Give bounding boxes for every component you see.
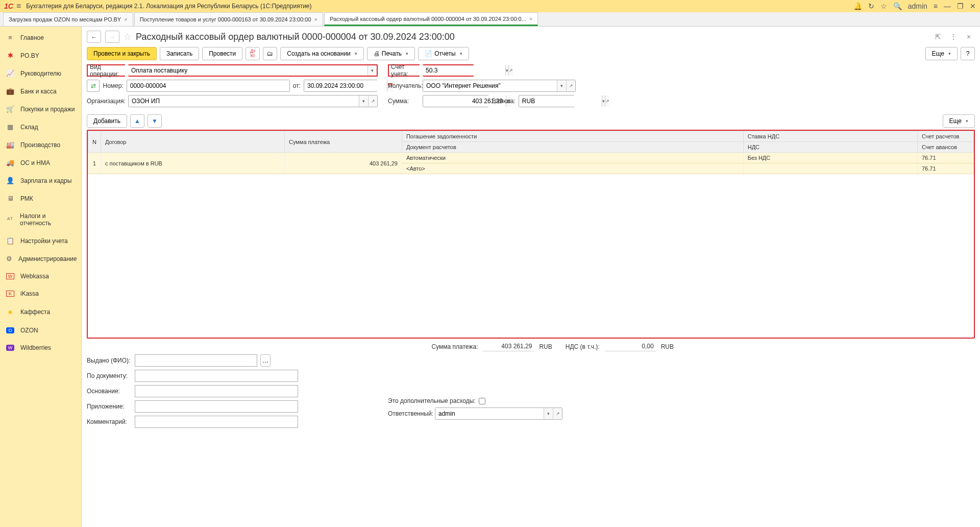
chevron-down-icon[interactable]: ▾ — [557, 80, 566, 91]
sidebar-item-manager[interactable]: 📈Руководителю — [0, 64, 81, 82]
sidebar-item-taxes[interactable]: ᴬᵀНалоги и отчетность — [0, 207, 81, 232]
basis-input[interactable] — [135, 385, 298, 397]
col-settle-acc[interactable]: Счет расчетов — [918, 131, 974, 142]
cell-sum[interactable]: 403 261,29 — [284, 153, 402, 174]
cell-repay[interactable]: Автоматически — [402, 153, 743, 163]
col-vat[interactable]: НДС — [743, 142, 917, 153]
star-icon[interactable]: ☆ — [880, 2, 887, 10]
switch-button[interactable]: ⇄ — [87, 80, 100, 92]
tab-0[interactable]: Загрузка продаж OZON по месяцам PO.BY × — [3, 12, 133, 26]
col-payment-sum[interactable]: Сумма платежа — [284, 131, 402, 153]
attachment-input[interactable] — [135, 400, 298, 413]
user-label[interactable]: admin — [908, 2, 927, 10]
sidebar-item-production[interactable]: 🏭Производство — [0, 136, 81, 154]
create-based-button[interactable]: Создать на основании — [280, 47, 364, 60]
sum-field[interactable]: ▦ — [423, 95, 489, 107]
back-button[interactable]: ← — [87, 31, 101, 43]
sidebar-item-warehouse[interactable]: ▦Склад — [0, 118, 81, 136]
col-contract[interactable]: Договор — [101, 131, 284, 153]
issued-input[interactable] — [135, 354, 257, 367]
settings-icon[interactable]: ≡ — [934, 2, 938, 10]
table-more-button[interactable]: Еще — [943, 114, 975, 128]
open-icon[interactable]: ↗ — [368, 95, 377, 107]
table-row[interactable]: 1 с поставщиком в RUB 403 261,29 Автомат… — [88, 153, 974, 163]
sidebar-item-admin[interactable]: ⚙Администрирование — [0, 250, 81, 268]
cell-doc[interactable]: <Авто> — [402, 163, 743, 174]
forward-button[interactable]: → — [105, 31, 119, 43]
sidebar-item-settings[interactable]: 📋Настройки учета — [0, 232, 81, 250]
close-window-icon[interactable]: ✕ — [970, 2, 976, 10]
account-input[interactable] — [423, 65, 505, 76]
move-down-button[interactable]: ▼ — [148, 114, 162, 128]
org-input[interactable] — [129, 95, 359, 107]
sidebar-item-main[interactable]: ≡Главное — [0, 29, 81, 46]
responsible-input[interactable] — [435, 408, 544, 419]
sidebar-item-wildberries[interactable]: WWildberries — [0, 339, 81, 356]
open-icon[interactable]: ↗ — [508, 65, 513, 76]
by-doc-input[interactable] — [135, 370, 298, 382]
chevron-down-icon[interactable]: ▾ — [368, 65, 377, 76]
menu-icon[interactable]: ≡ — [16, 2, 21, 11]
recipient-input[interactable] — [423, 80, 557, 91]
restore-icon[interactable]: ❐ — [957, 2, 964, 10]
history-icon[interactable]: ↻ — [868, 2, 874, 10]
op-type-input[interactable] — [128, 65, 368, 76]
sidebar-item-bank[interactable]: 💼Банк и касса — [0, 82, 81, 100]
tab-1[interactable]: Поступление товаров и услуг 0000-000163 … — [134, 12, 323, 26]
col-doc-settle[interactable]: Документ расчетов — [402, 142, 743, 153]
open-icon[interactable]: ↗ — [566, 80, 575, 91]
cell-vat[interactable] — [743, 163, 917, 174]
op-type-field[interactable]: ▾ — [128, 64, 378, 77]
sidebar-item-webkassa[interactable]: WWebkassa — [0, 268, 81, 285]
close-icon[interactable]: × — [314, 16, 317, 22]
menu-icon[interactable]: ⋮ — [947, 32, 960, 42]
help-button[interactable]: ? — [961, 47, 975, 60]
number-field[interactable] — [127, 80, 290, 92]
col-n[interactable]: N — [88, 131, 101, 153]
cell-advance[interactable]: 76.71 — [918, 163, 974, 174]
close-icon[interactable]: × — [529, 16, 532, 22]
sidebar-item-ozon[interactable]: OOZON — [0, 322, 81, 339]
recipient-field[interactable]: ▾ ↗ — [423, 80, 576, 92]
number-input[interactable] — [127, 80, 289, 91]
sidebar-item-kaffesta[interactable]: ●Каффеста — [0, 302, 81, 322]
chevron-down-icon[interactable]: ▾ — [359, 95, 368, 107]
sidebar-item-ikassa[interactable]: KiKassa — [0, 285, 81, 302]
reports-button[interactable]: 📄Отчеты — [418, 47, 469, 60]
extra-costs-checkbox[interactable] — [479, 398, 485, 404]
cell-settle[interactable]: 76.71 — [918, 153, 974, 163]
account-field[interactable]: ▾ ↗ — [423, 64, 474, 77]
chevron-down-icon[interactable]: ▾ — [544, 408, 553, 419]
more-button[interactable]: Еще — [925, 47, 958, 60]
sidebar-item-rmk[interactable]: 🖥РМК — [0, 189, 81, 207]
close-icon[interactable]: × — [963, 32, 975, 42]
cell-vat-rate[interactable]: Без НДС — [743, 153, 917, 163]
write-button[interactable]: Записать — [160, 47, 199, 60]
structure-icon[interactable]: 🗂 — [263, 47, 277, 60]
favorite-icon[interactable]: ☆ — [124, 31, 132, 42]
post-close-button[interactable]: Провести и закрыть — [87, 47, 157, 60]
cell-contract[interactable]: с поставщиком в RUB — [101, 153, 284, 174]
col-debt-repay[interactable]: Погашение задолженности — [402, 131, 743, 142]
col-vat-rate[interactable]: Ставка НДС — [743, 131, 917, 142]
open-icon[interactable]: ↗ — [553, 408, 562, 419]
expand-icon[interactable]: ⇱ — [932, 32, 944, 42]
sidebar-item-poby[interactable]: ✱PO.BY — [0, 46, 81, 64]
bell-icon[interactable]: 🔔 — [853, 2, 862, 10]
post-button[interactable]: Провести — [202, 47, 242, 60]
sidebar-item-assets[interactable]: 🚚ОС и НМА — [0, 154, 81, 172]
col-advance-acc[interactable]: Счет авансов — [918, 142, 974, 153]
dt-kt-icon[interactable]: ДтКт — [246, 47, 260, 60]
close-icon[interactable]: × — [124, 16, 127, 22]
sidebar-item-sales[interactable]: 🛒Покупки и продажи — [0, 100, 81, 118]
date-input[interactable] — [304, 80, 387, 91]
currency-field[interactable]: ▾ ↗ — [519, 95, 575, 107]
search-icon[interactable]: 🔍 — [893, 2, 902, 10]
tab-2[interactable]: Расходный кассовый ордер валютный 0000-0… — [324, 12, 538, 26]
comment-input[interactable] — [135, 416, 298, 428]
org-field[interactable]: ▾ ↗ — [128, 95, 378, 107]
open-icon[interactable]: ↗ — [605, 95, 609, 107]
currency-input[interactable] — [519, 95, 602, 107]
sidebar-item-hr[interactable]: 👤Зарплата и кадры — [0, 172, 81, 189]
responsible-field[interactable]: ▾ ↗ — [435, 408, 562, 420]
